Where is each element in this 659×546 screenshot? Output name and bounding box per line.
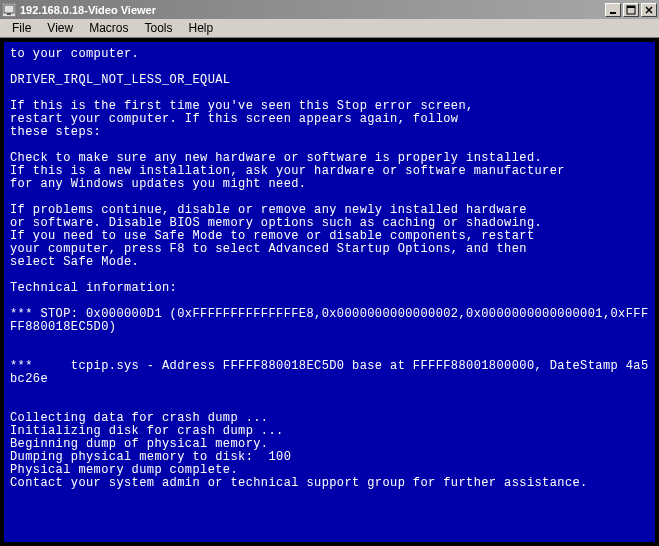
- bsod-text-line: If this is the first time you've seen th…: [10, 99, 474, 113]
- bsod-text-line: If this is a new installation, ask your …: [10, 164, 565, 178]
- bsod-dump-line: Dumping physical memory to disk: 100: [10, 450, 291, 464]
- menu-file[interactable]: File: [4, 19, 39, 37]
- menu-help[interactable]: Help: [181, 19, 222, 37]
- bsod-dump-line: Collecting data for crash dump ...: [10, 411, 268, 425]
- bsod-dump-line: Physical memory dump complete.: [10, 463, 238, 477]
- menu-tools[interactable]: Tools: [136, 19, 180, 37]
- svg-rect-1: [7, 13, 11, 15]
- bsod-tech-info-label: Technical information:: [10, 281, 177, 295]
- bsod-text-line: restart your computer. If this screen ap…: [10, 112, 458, 126]
- bsod-text-line: Check to make sure any new hardware or s…: [10, 151, 542, 165]
- bsod-text-line: If problems continue, disable or remove …: [10, 203, 527, 217]
- bsod-text-line: select Safe Mode.: [10, 255, 139, 269]
- maximize-button[interactable]: [623, 3, 639, 17]
- bsod-dump-line: Initializing disk for crash dump ...: [10, 424, 284, 438]
- bsod-text-line: or software. Disable BIOS memory options…: [10, 216, 542, 230]
- menubar: File View Macros Tools Help: [0, 19, 659, 38]
- svg-rect-0: [4, 5, 14, 13]
- window-controls: [605, 3, 657, 17]
- window-title: 192.168.0.18-Video Viewer: [20, 4, 605, 16]
- window-titlebar: 192.168.0.18-Video Viewer: [0, 0, 659, 19]
- close-button[interactable]: [641, 3, 657, 17]
- bsod-text-line: If you need to use Safe Mode to remove o…: [10, 229, 534, 243]
- bsod-text-line: your computer, press F8 to select Advanc…: [10, 242, 527, 256]
- app-icon: [2, 3, 16, 17]
- bsod-text-line: to your computer.: [10, 47, 139, 61]
- menu-view[interactable]: View: [39, 19, 81, 37]
- video-content-area: to your computer. DRIVER_IRQL_NOT_LESS_O…: [0, 38, 659, 546]
- bsod-stop-code: *** STOP: 0x000000D1 (0xFFFFFFFFFFFFFFE8…: [10, 307, 649, 334]
- bsod-error-code: DRIVER_IRQL_NOT_LESS_OR_EQUAL: [10, 73, 230, 87]
- minimize-button[interactable]: [605, 3, 621, 17]
- bsod-driver-info: *** tcpip.sys - Address FFFFF880018EC5D0…: [10, 359, 649, 386]
- bsod-text-line: for any Windows updates you might need.: [10, 177, 306, 191]
- bsod-screen: to your computer. DRIVER_IRQL_NOT_LESS_O…: [4, 42, 655, 542]
- bsod-dump-line: Beginning dump of physical memory.: [10, 437, 268, 451]
- bsod-dump-line: Contact your system admin or technical s…: [10, 476, 588, 490]
- menu-macros[interactable]: Macros: [81, 19, 136, 37]
- bsod-text-line: these steps:: [10, 125, 101, 139]
